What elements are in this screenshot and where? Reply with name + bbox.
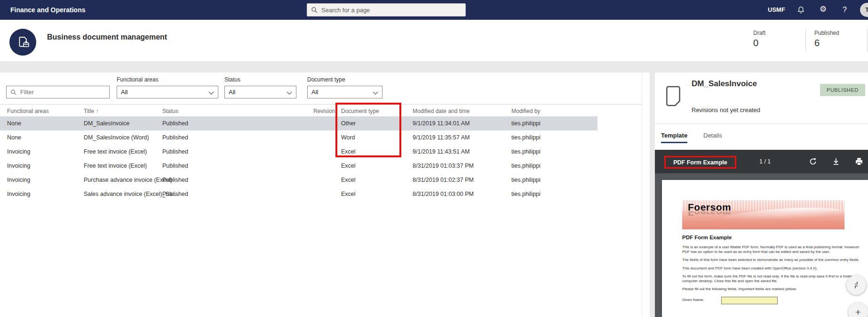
status-label: Status: [224, 76, 240, 83]
filter-input[interactable]: [6, 86, 110, 98]
cell-functional-area: Invoicing: [7, 159, 30, 173]
pdf-paragraph: To fill out the form, make sure the PDF …: [682, 274, 863, 283]
app-window: Finance and Operations USMF ⚙ ? T Busine…: [0, 0, 868, 317]
functional-areas-label: Functional areas: [117, 76, 159, 83]
stat-draft-label: Draft: [753, 30, 765, 36]
print-icon[interactable]: [854, 157, 864, 166]
cell-modified-date: 8/31/2019 01:03:37 PM: [413, 159, 474, 173]
chevron-down-icon: [287, 88, 292, 97]
document-title: DM_SalesInvoice: [692, 79, 757, 89]
cell-modified-by: ties.philippi: [511, 130, 541, 145]
cell-status: Published: [162, 130, 188, 145]
column-header-modified-date[interactable]: Modified date and time: [413, 106, 470, 117]
stat-published-value: 6: [814, 38, 839, 49]
foersom-banner: Foersom Foersom: [682, 200, 844, 229]
company-selector[interactable]: USMF: [768, 0, 785, 20]
cell-title: Free text invoice (Excel): [84, 159, 147, 173]
pdf-paragraph: The fields of this form have been select…: [682, 258, 863, 262]
cell-status: Published: [162, 187, 188, 201]
annotation-box-document-type: [335, 103, 401, 157]
cell-functional-area: None: [7, 116, 21, 130]
business-document-icon: [9, 29, 36, 56]
table-row[interactable]: Invoicing Free text invoice (Excel) Publ…: [0, 145, 597, 159]
column-header-title[interactable]: Title ↑: [84, 106, 99, 117]
download-icon[interactable]: [831, 157, 841, 166]
rotate-icon[interactable]: [808, 157, 818, 166]
column-header-status[interactable]: Status: [162, 106, 178, 117]
fit-to-page-icon: [852, 281, 860, 289]
pdf-heading: PDF Form Example: [682, 235, 863, 240]
foersom-logo-reflection: Foersom: [688, 211, 731, 218]
cell-modified-by: ties.philippi: [511, 159, 541, 173]
document-type-label: Document type: [307, 76, 345, 83]
filter-search-icon: [10, 89, 17, 96]
tab-template[interactable]: Template: [661, 132, 687, 143]
table-row[interactable]: Invoicing Sales advance invoice (Excel)_…: [0, 187, 597, 201]
page-header: Business document management Draft 0 Pub…: [0, 20, 868, 61]
functional-areas-value: All: [121, 89, 127, 96]
cell-functional-area: Invoicing: [7, 187, 30, 201]
panel-scrollbar[interactable]: [642, 73, 642, 317]
global-search[interactable]: [307, 3, 466, 16]
tab-details[interactable]: Details: [703, 132, 722, 142]
document-list-panel: Functional areas All Status All Document…: [0, 73, 650, 317]
table-row[interactable]: Invoicing Free text invoice (Excel) Publ…: [0, 159, 597, 173]
cell-modified-by: ties.philippi: [511, 173, 541, 187]
table-row[interactable]: Invoicing Purchase advance invoice (Exce…: [0, 173, 597, 187]
stat-draft-value: 0: [753, 38, 765, 49]
global-search-input[interactable]: [321, 7, 462, 14]
cell-title: DM_SalesInvoice (Word): [84, 130, 149, 145]
cell-title: Free text invoice (Excel): [84, 145, 147, 159]
cell-modified-date: 9/1/2019 11:43:51 AM: [413, 145, 470, 159]
cell-document-type: Excel: [341, 173, 356, 187]
pdf-paragraph: Please fill out the following fields. Im…: [682, 287, 863, 292]
pdf-toolbar: PDF Form Example 1 / 1: [655, 150, 868, 173]
pdf-viewport[interactable]: Foersom Foersom PDF Form Example This is…: [655, 173, 868, 317]
notifications-bell-icon[interactable]: [797, 6, 805, 14]
cell-document-type: Excel: [341, 159, 356, 173]
cell-modified-by: ties.philippi: [511, 187, 541, 201]
search-icon: [311, 7, 318, 14]
help-icon[interactable]: ?: [843, 0, 847, 20]
stat-divider: [867, 29, 868, 52]
fit-to-page-button[interactable]: [846, 275, 866, 295]
top-navigation-bar: Finance and Operations USMF ⚙ ? T: [0, 0, 868, 20]
given-name-row: Given Name:: [682, 297, 863, 304]
filter-input-field[interactable]: [20, 89, 105, 96]
pdf-document-title: PDF Form Example: [673, 159, 727, 166]
column-header-functional-areas[interactable]: Functional areas: [7, 106, 49, 117]
pdf-page: Foersom Foersom PDF Form Example This is…: [662, 180, 868, 317]
app-title[interactable]: Finance and Operations: [10, 0, 85, 20]
cell-status: Published: [162, 159, 188, 173]
status-dropdown[interactable]: All: [224, 86, 296, 98]
cell-status: Published: [162, 116, 188, 130]
document-detail-panel: DM_SalesInvoice PUBLISHED Revisions not …: [655, 73, 868, 317]
grid-divider: [0, 104, 642, 105]
functional-areas-dropdown[interactable]: All: [117, 86, 218, 98]
table-row[interactable]: None DM_SalesInvoice (Word) Published Wo…: [0, 130, 597, 145]
page-title: Business document management: [47, 33, 167, 41]
cell-functional-area: Invoicing: [7, 173, 30, 187]
column-header-modified-by[interactable]: Modified by: [511, 106, 540, 117]
cell-modified-date: 9/1/2019 11:35:57 AM: [413, 130, 470, 145]
stat-divider: [805, 29, 806, 52]
stat-draft: Draft 0: [753, 30, 765, 49]
given-name-field[interactable]: [721, 297, 778, 304]
annotation-box-pdf-title: PDF Form Example: [664, 156, 736, 169]
cell-document-type: Excel: [341, 187, 356, 201]
chevron-down-icon: [373, 88, 378, 97]
cell-title: Purchase advance invoice (Excel): [84, 173, 172, 187]
given-name-label: Given Name:: [682, 297, 721, 302]
plus-icon: +: [855, 307, 861, 317]
stat-published: Published 6: [814, 30, 839, 49]
table-row[interactable]: None DM_SalesInvoice Published Other 9/1…: [0, 116, 597, 130]
pdf-page-indicator: 1 / 1: [759, 150, 771, 173]
cell-modified-by: ties.philippi: [511, 145, 541, 159]
column-header-revision[interactable]: Revision: [301, 106, 335, 117]
cell-modified-by: ties.philippi: [511, 116, 541, 130]
settings-gear-icon[interactable]: ⚙: [820, 5, 828, 13]
cell-functional-area: Invoicing: [7, 145, 30, 159]
cell-status: Published: [162, 145, 188, 159]
document-type-dropdown[interactable]: All: [307, 86, 382, 98]
user-avatar[interactable]: T: [860, 3, 868, 17]
